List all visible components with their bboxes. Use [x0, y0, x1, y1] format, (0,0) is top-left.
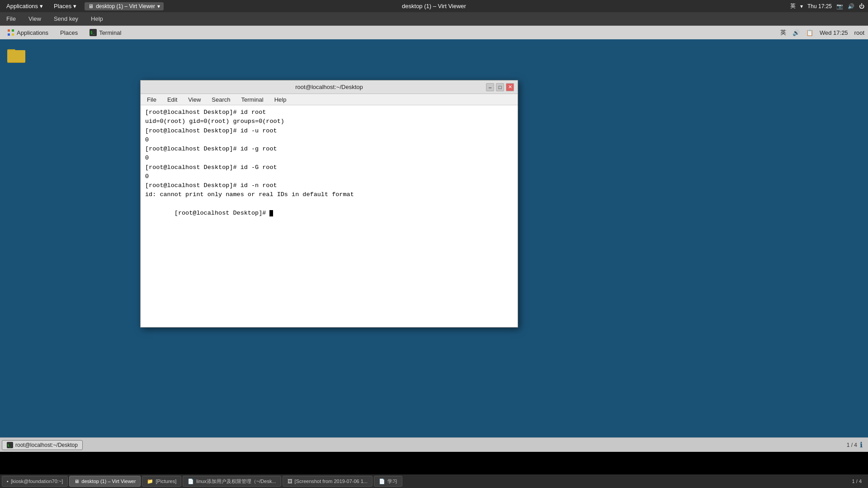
host-page-indicator: 1 / 4 [852, 479, 862, 484]
terminal-line-3: [root@localhost Desktop]# id -u root [145, 127, 513, 136]
screenshot-icon: 📷 [836, 3, 843, 9]
volume-icon: 🔊 [793, 29, 800, 36]
terminal-line-2: uid=0(root) gid=0(root) groups=0(root) [145, 117, 513, 126]
host-task-screenshot[interactable]: 🖼 [Screenshot from 2019-07-06 1... [283, 476, 373, 487]
terminal-small-icon: ▪ [7, 479, 9, 484]
terminal-line-9: [root@localhost Desktop]# id -n root [145, 181, 513, 190]
terminal-task-icon: $_ [7, 442, 13, 448]
terminal-body[interactable]: [root@localhost Desktop]# id root uid=0(… [141, 105, 518, 327]
power-icon: ⏻ [859, 3, 864, 9]
terminal-menubar: File Edit View Search Terminal Help [141, 94, 518, 105]
doc2-small-icon: 📄 [379, 479, 385, 484]
host-task-virtviewer[interactable]: 🖥 desktop (1) – Virt Viewer [69, 476, 141, 487]
host-task-linux[interactable]: 📄 linux添加用户及权限管理（~/Desk... [183, 476, 281, 487]
host-taskbar: ▪ [kiosk@foundation70:~] 🖥 desktop (1) –… [0, 474, 868, 488]
guest-desktop-area: Applications Places $_ Terminal 英 🔊 📋 We… [0, 26, 868, 452]
host-topbar-left: Applications ▾ Places ▾ 🖥 desktop (1) – … [4, 2, 164, 10]
host-topbar: Applications ▾ Places ▾ 🖥 desktop (1) – … [0, 0, 868, 12]
guest-task-terminal[interactable]: $_ root@localhost:~/Desktop [2, 440, 83, 450]
host-task-kiosk[interactable]: ▪ [kiosk@foundation70:~] [2, 476, 68, 487]
host-applications-button[interactable]: Applications ▾ [4, 2, 46, 10]
chevron-down-icon: ▾ [800, 3, 803, 9]
host-places-button[interactable]: Places ▾ [51, 2, 79, 10]
host-task-pictures-label: [Pictures] [156, 479, 176, 484]
svg-text:$_: $_ [90, 31, 95, 35]
host-task-kiosk-label: [kiosk@foundation70:~] [11, 479, 63, 484]
host-task-study[interactable]: 📄 学习 [374, 476, 402, 487]
terminal-line-10: id: cannot print only names or real IDs … [145, 190, 513, 199]
terminal-close-button[interactable]: ✕ [506, 83, 514, 91]
guest-places-button[interactable]: Places [57, 28, 81, 37]
host-menu-sendkey[interactable]: Send key [51, 14, 81, 23]
host-menu-view[interactable]: View [26, 14, 44, 23]
doc-small-icon: 📄 [188, 479, 194, 484]
folder-svg-icon [7, 47, 25, 63]
monitor-small-icon: 🖥 [74, 479, 79, 484]
screenshot-icon: 📋 [806, 29, 813, 36]
guest-page-indicator: 1 / 4 [847, 442, 857, 448]
guest-places-label: Places [60, 29, 78, 36]
guest-taskbar-right: 1 / 4 ℹ [847, 441, 866, 449]
guest-applications-label: Applications [17, 29, 48, 36]
info-icon: ℹ [860, 441, 863, 449]
terminal-menu-file[interactable]: File [144, 95, 159, 104]
host-virt-viewer-taskbar[interactable]: 🖥 desktop (1) – Virt Viewer ▾ [85, 2, 164, 10]
terminal-line-5: [root@localhost Desktop]# id -g root [145, 145, 513, 154]
host-applications-label: Applications [6, 3, 38, 9]
host-window-title: desktop (1) – Virt Viewer [402, 3, 466, 9]
terminal-menu-view[interactable]: View [185, 95, 203, 104]
host-time: Thu 17:25 [807, 3, 832, 9]
host-menu-file[interactable]: File [4, 14, 19, 23]
svg-rect-2 [8, 33, 10, 36]
img-small-icon: 🖼 [288, 479, 292, 484]
terminal-window-buttons: – □ ✕ [486, 83, 514, 91]
chevron-down-icon: ▾ [73, 3, 76, 9]
terminal-title: root@localhost:~/Desktop [295, 84, 363, 90]
svg-text:$_: $_ [7, 444, 11, 447]
terminal-menu-search[interactable]: Search [209, 95, 233, 104]
host-places-label: Places [54, 3, 71, 9]
guest-time: Wed 17:25 [820, 29, 848, 36]
terminal-cursor [269, 210, 273, 216]
terminal-menu-edit[interactable]: Edit [165, 95, 180, 104]
guest-user: root [854, 29, 864, 36]
svg-rect-0 [8, 29, 10, 32]
host-task-virt-label: desktop (1) – Virt Viewer [81, 479, 136, 484]
terminal-minimize-button[interactable]: – [486, 83, 494, 91]
terminal-menu-terminal[interactable]: Terminal [239, 95, 266, 104]
guest-topbar: Applications Places $_ Terminal 英 🔊 📋 We… [0, 26, 868, 39]
folder-small-icon: 📁 [147, 479, 153, 484]
terminal-line-4: 0 [145, 136, 513, 145]
terminal-line-8: 0 [145, 172, 513, 181]
desktop-folder-icon[interactable] [7, 47, 25, 63]
guest-terminal-button[interactable]: $_ Terminal [86, 28, 125, 37]
terminal-line-7: [root@localhost Desktop]# id -G root [145, 163, 513, 172]
applications-grid-icon [7, 29, 14, 36]
chevron-down-icon: ▾ [157, 3, 160, 9]
guest-taskbar: $_ root@localhost:~/Desktop 1 / 4 ℹ [0, 437, 868, 452]
terminal-menu-help[interactable]: Help [272, 95, 289, 104]
host-task-study-label: 学习 [387, 478, 397, 485]
monitor-icon: 🖥 [88, 3, 94, 9]
host-menu-help[interactable]: Help [88, 14, 106, 23]
terminal-prompt-line: [root@localhost Desktop]# [145, 200, 513, 227]
terminal-maximize-button[interactable]: □ [496, 83, 504, 91]
guest-terminal-label: Terminal [99, 29, 121, 36]
host-window-menubar: File View Send key Help [0, 12, 868, 26]
terminal-line-1: [root@localhost Desktop]# id root [145, 108, 513, 117]
guest-lang: 英 [780, 28, 786, 37]
host-task-linux-label: linux添加用户及权限管理（~/Desk... [196, 478, 276, 485]
svg-rect-3 [12, 33, 14, 36]
host-window-taskbar-label: desktop (1) – Virt Viewer [96, 3, 155, 9]
terminal-window: root@localhost:~/Desktop – □ ✕ File Edit… [140, 80, 518, 328]
chevron-down-icon: ▾ [40, 3, 43, 9]
host-task-pictures[interactable]: 📁 [Pictures] [142, 476, 181, 487]
host-taskbar-right: 1 / 4 [852, 479, 866, 484]
guest-applications-button[interactable]: Applications [4, 28, 52, 37]
terminal-line-6: 0 [145, 154, 513, 163]
guest-topbar-right: 英 🔊 📋 Wed 17:25 root [780, 28, 864, 37]
terminal-titlebar: root@localhost:~/Desktop – □ ✕ [141, 80, 518, 94]
terminal-icon: $_ [90, 29, 97, 36]
guest-task-terminal-label: root@localhost:~/Desktop [15, 442, 78, 448]
host-task-screenshot-label: [Screenshot from 2019-07-06 1... [295, 479, 368, 484]
